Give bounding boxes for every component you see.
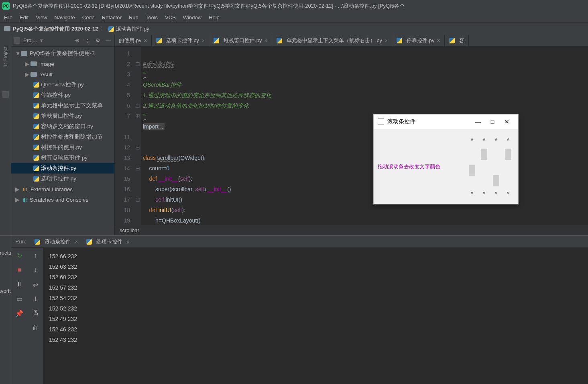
- close-icon[interactable]: ×: [264, 37, 267, 44]
- arrow-up-icon[interactable]: ∧: [507, 137, 510, 143]
- scrollbar-2[interactable]: ∧∨: [480, 137, 488, 197]
- tree-file[interactable]: 树节点响应事件.py: [11, 153, 114, 163]
- color-label: 拖动滚动条去改变文字颜色: [378, 163, 466, 170]
- tree-file-selected[interactable]: 滚动条控件.py: [11, 163, 114, 174]
- arrow-down-icon[interactable]: ∨: [507, 190, 510, 197]
- app-titlebar[interactable]: 滚动条控件 — □ ✕: [374, 114, 518, 129]
- run-panel: 7: Structure 2: Favorites Run: 滚动条控件× 选项…: [0, 235, 588, 384]
- tree-folder[interactable]: ▶image: [11, 59, 114, 69]
- breadcrumb-folder[interactable]: PyQt5各个复杂控件使用-2020-02-12: [13, 25, 98, 33]
- tree-root[interactable]: ▼PyQt5各个复杂控件使用-2: [11, 48, 114, 59]
- tab[interactable]: 的使用.py×: [115, 35, 152, 46]
- menu-navigate[interactable]: Navigate: [54, 14, 75, 20]
- app-icon: [378, 118, 384, 125]
- tree-file[interactable]: 堆栈窗口控件.py: [11, 111, 114, 121]
- menu-file[interactable]: File: [4, 14, 12, 20]
- tab[interactable]: 停靠控件.py×: [392, 35, 445, 46]
- app-title: 滚动条控件: [387, 118, 471, 125]
- close-icon[interactable]: ×: [201, 37, 205, 44]
- menu-tools[interactable]: Tools: [146, 14, 158, 20]
- arrow-up-icon[interactable]: ∧: [482, 137, 486, 143]
- dropdown-icon[interactable]: ▾: [40, 37, 43, 43]
- run-toolbar-2: ↑ ↓ ⇄ ⤓ 🖶 🗑: [27, 248, 43, 384]
- close-button[interactable]: ✕: [500, 118, 514, 125]
- close-icon[interactable]: ×: [385, 37, 388, 44]
- menu-window[interactable]: Window: [183, 14, 201, 20]
- menu-vcs[interactable]: VCS: [165, 14, 176, 20]
- arrow-down-icon[interactable]: ∨: [470, 190, 474, 197]
- wrap-icon[interactable]: ⇄: [31, 280, 40, 289]
- scroll-icon[interactable]: ⤓: [31, 294, 40, 303]
- tab[interactable]: 容: [445, 35, 469, 46]
- close-icon[interactable]: ×: [75, 239, 78, 245]
- window-title: PyQt5各个复杂控件使用-2020-02-12 [D:\Byrbt2018\R…: [13, 2, 405, 10]
- pycharm-icon: PC: [2, 2, 10, 10]
- locate-icon[interactable]: ⊕: [73, 37, 81, 44]
- tree-file[interactable]: 树控件修改和删除增加节: [11, 132, 114, 142]
- scrollbar-1[interactable]: ∧∨: [468, 137, 476, 197]
- arrow-up-icon[interactable]: ∧: [494, 137, 498, 143]
- tree-external[interactable]: ▶⫾⫾External Libraries: [11, 184, 114, 194]
- tab[interactable]: 选项卡控件.py×: [152, 35, 210, 46]
- tree-scratches[interactable]: ▶◐Scratches and Consoles: [11, 194, 114, 205]
- tool-icon[interactable]: [2, 91, 9, 98]
- run-label: Run:: [15, 239, 26, 245]
- window-titlebar: PC PyQt5各个复杂控件使用-2020-02-12 [D:\Byrbt201…: [0, 0, 588, 12]
- close-icon[interactable]: ×: [144, 37, 147, 44]
- project-label[interactable]: Proj...: [23, 37, 37, 43]
- layout-icon[interactable]: ▭: [15, 294, 24, 303]
- tool-project-tab[interactable]: 1: Project: [3, 47, 8, 67]
- editor-tabs: 的使用.py× 选项卡控件.py× 堆栈窗口控件.py× 单元格中显示上下文菜单…: [115, 35, 588, 47]
- breadcrumb-sep: 〉: [100, 25, 106, 33]
- up-icon[interactable]: ↑: [31, 251, 40, 260]
- breadcrumb-file[interactable]: 滚动条控件.py: [116, 25, 149, 33]
- project-view-icon[interactable]: [14, 37, 20, 44]
- tree-folder[interactable]: ▶result: [11, 69, 114, 80]
- left-tool-gutter: 1: Project: [0, 35, 11, 235]
- menu-bar: File Edit View Navigate Code Refactor Ru…: [0, 12, 588, 22]
- menu-help[interactable]: Help: [209, 14, 220, 20]
- tab[interactable]: 单元格中显示上下文菜单（鼠标右击）.py×: [272, 35, 393, 46]
- print-icon[interactable]: 🖶: [31, 309, 40, 318]
- tree-file[interactable]: 容纳多文档的窗口.py: [11, 121, 114, 132]
- code-breadcrumb[interactable]: scrollbar: [115, 225, 588, 235]
- app-window[interactable]: 滚动条控件 — □ ✕ 拖动滚动条去改变文字颜色 ∧∨ ∧∨ ∧∨ ∧∨: [373, 114, 519, 204]
- run-tab-active[interactable]: 滚动条控件×: [31, 237, 81, 246]
- console-output[interactable]: 152 66 232152 63 232152 60 232152 57 232…: [43, 248, 588, 384]
- line-numbers: 1234567 111213141516171819: [115, 47, 134, 225]
- minimize-button[interactable]: —: [471, 118, 485, 125]
- menu-run[interactable]: Run: [129, 14, 138, 20]
- scrollbar-4[interactable]: ∧∨: [504, 137, 512, 197]
- tree-file[interactable]: 停靠控件.py: [11, 90, 114, 100]
- stop-icon[interactable]: ■: [15, 266, 24, 274]
- tree-file[interactable]: 树控件的使用.py: [11, 142, 114, 153]
- run-tab[interactable]: 选项卡控件×: [83, 237, 133, 246]
- collapse-icon[interactable]: ≑: [84, 37, 91, 44]
- trash-icon[interactable]: 🗑: [31, 323, 40, 332]
- breadcrumb: PyQt5各个复杂控件使用-2020-02-12 〉 滚动条控件.py: [0, 22, 588, 35]
- settings-icon[interactable]: ⚙: [94, 37, 102, 44]
- close-icon[interactable]: ×: [126, 239, 130, 245]
- arrow-down-icon[interactable]: ∨: [482, 190, 486, 197]
- menu-code[interactable]: Code: [82, 14, 95, 20]
- tab[interactable]: 堆栈窗口控件.py×: [209, 35, 272, 46]
- tree-file[interactable]: Qtreeview控件.py: [11, 80, 114, 90]
- project-tree[interactable]: ▼PyQt5各个复杂控件使用-2 ▶image ▶result Qtreevie…: [11, 47, 114, 235]
- menu-edit[interactable]: Edit: [20, 14, 28, 20]
- arrow-down-icon[interactable]: ∨: [494, 190, 498, 197]
- tree-file[interactable]: 选项卡控件.py: [11, 174, 114, 184]
- arrow-up-icon[interactable]: ∧: [470, 137, 474, 143]
- menu-view[interactable]: View: [36, 14, 47, 20]
- pin-icon[interactable]: 📌: [15, 309, 24, 318]
- close-icon[interactable]: ×: [437, 37, 440, 44]
- rerun-icon[interactable]: ↻: [15, 251, 24, 260]
- scrollbar-3[interactable]: ∧∨: [492, 137, 500, 197]
- maximize-button[interactable]: □: [485, 118, 500, 125]
- code-text[interactable]: #滚动条控件 ''' QScrollBar控件 1.通过滚动条的值的变化来控制其…: [141, 47, 588, 225]
- hide-icon[interactable]: —: [105, 37, 112, 44]
- fold-gutter[interactable]: ⊟ ⊟⊞ ⊟ ⊟ ⊟: [134, 47, 141, 225]
- pause-icon[interactable]: ⏸: [15, 280, 24, 289]
- down-icon[interactable]: ↓: [31, 266, 40, 274]
- tree-file[interactable]: 单元格中显示上下文菜单: [11, 100, 114, 111]
- menu-refactor[interactable]: Refactor: [102, 14, 122, 20]
